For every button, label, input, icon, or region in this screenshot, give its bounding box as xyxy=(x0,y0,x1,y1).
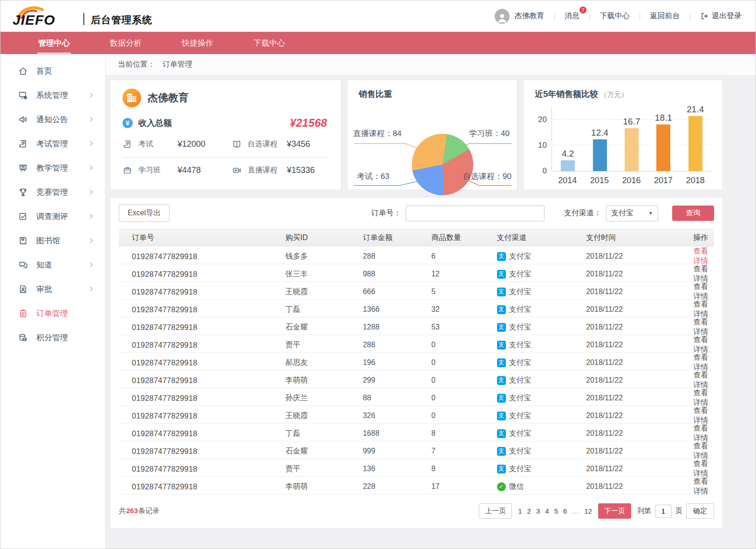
view-detail-link[interactable]: 查看详情 xyxy=(693,371,708,389)
cell-time: 2018/11/22 xyxy=(586,288,693,296)
cell-amount: 1688 xyxy=(363,429,431,438)
company-title: 杰佛教育 xyxy=(148,91,189,105)
chevron-right-icon xyxy=(88,285,95,293)
sidebar-item[interactable]: 教学管理 xyxy=(0,156,105,180)
view-detail-link[interactable]: 查看详情 xyxy=(693,318,708,336)
column-header: 操作 xyxy=(693,233,714,243)
chevron-right-icon xyxy=(88,237,95,244)
nav-tab-2[interactable]: 快捷操作 xyxy=(181,36,214,50)
sidebar-item[interactable]: 审批 xyxy=(0,277,105,301)
divider: | xyxy=(589,13,591,20)
nav-tab-0[interactable]: 管理中心 xyxy=(37,36,71,50)
search-button[interactable]: 查询 xyxy=(672,206,714,221)
cell-action: 查看详情 xyxy=(693,282,714,302)
sidebar-item[interactable]: 调查测评 xyxy=(0,204,105,228)
goto-page-input[interactable] xyxy=(655,505,672,518)
cell-qty: 6 xyxy=(431,252,497,261)
logout-link[interactable]: 退出登录 xyxy=(700,11,742,21)
page-number[interactable]: 6 xyxy=(563,507,567,515)
sidebar: 首页 系统管理 通知公告 考试管理 教学管理 竞赛管理 调查测评 图书馆 xyxy=(0,54,106,549)
sidebar-item[interactable]: 首页 xyxy=(0,59,105,83)
income-label: 收入总额 xyxy=(138,117,172,129)
view-detail-link[interactable]: 查看详情 xyxy=(693,424,708,442)
cell-qty: 12 xyxy=(431,270,497,278)
sidebar-item[interactable]: 图书馆 xyxy=(0,228,105,253)
page-number[interactable]: 3 xyxy=(536,507,540,515)
cell-time: 2018/11/22 xyxy=(586,305,693,314)
sidebar-item[interactable]: 订单管理 xyxy=(0,301,105,325)
view-detail-link[interactable]: 查看详情 xyxy=(693,353,708,371)
sidebar-item[interactable]: 积分管理 xyxy=(0,325,105,350)
orders-table-card: Excel导出 订单号： 支付渠道： 支付宝 ▼ 查询 订单号购买ID订单金额商… xyxy=(110,197,723,529)
cell-qty: 0 xyxy=(431,394,497,402)
logo: JIEFO 后台管理系统 xyxy=(13,4,152,29)
divider: | xyxy=(639,13,641,20)
goto-page: 到第 页 确定 xyxy=(637,503,714,519)
sidebar-item[interactable]: 知道 xyxy=(0,253,105,277)
page-number[interactable]: 5 xyxy=(554,507,558,515)
back-to-front-link[interactable]: 返回前台 xyxy=(650,11,680,21)
sidebar-item[interactable]: 通知公告 xyxy=(0,107,105,131)
pagination: 上一页 123456…12 下一页 到第 页 确定 xyxy=(479,503,714,519)
chevron-right-icon xyxy=(88,164,95,172)
cell-order-no: 019287477829918 xyxy=(119,305,286,314)
table-toolbar: Excel导出 订单号： 支付渠道： 支付宝 ▼ 查询 xyxy=(110,198,722,229)
view-detail-link[interactable]: 查看详情 xyxy=(693,460,708,477)
cell-action: 查看详情 xyxy=(693,371,714,390)
cell-amount: 1366 xyxy=(363,305,431,314)
pie-slice-label: 学习班：40 xyxy=(469,128,510,139)
cell-buyer: 李萌萌 xyxy=(286,376,363,385)
view-detail-link[interactable]: 查看详情 xyxy=(693,300,708,318)
cell-buyer: 石金耀 xyxy=(286,323,363,332)
user-name[interactable]: 杰佛教育 xyxy=(514,11,544,21)
nav-tab-3[interactable]: 下载中心 xyxy=(252,36,286,50)
view-detail-link[interactable]: 查看详情 xyxy=(693,406,708,424)
orders-table: 订单号购买ID订单金额商品数量支付渠道支付时间操作 01928747782991… xyxy=(110,229,722,494)
prev-page-button[interactable]: 上一页 xyxy=(479,503,512,519)
sidebar-item[interactable]: 竞赛管理 xyxy=(0,180,105,204)
cell-order-no: 019287477829918 xyxy=(119,412,286,420)
order-no-input[interactable] xyxy=(406,206,545,221)
pay-channel-select[interactable]: 支付宝 ▼ xyxy=(606,206,658,221)
table-row: 019287477829918 王晓霞 666 5 支 支付宝 2018/11/… xyxy=(119,282,714,300)
download-center-link[interactable]: 下载中心 xyxy=(600,11,630,21)
cell-action: 查看详情 xyxy=(693,459,714,479)
cell-amount: 999 xyxy=(363,447,431,455)
cell-buyer: 丁磊 xyxy=(286,429,363,439)
view-detail-link[interactable]: 查看详情 xyxy=(693,442,708,460)
cell-time: 2018/11/22 xyxy=(586,465,693,473)
page-number[interactable]: 4 xyxy=(545,507,549,515)
confirm-page-button[interactable]: 确定 xyxy=(686,503,714,519)
sidebar-item[interactable]: 考试管理 xyxy=(0,131,105,156)
notice-icon xyxy=(18,114,29,124)
view-detail-link[interactable]: 查看详情 xyxy=(693,282,708,300)
cell-amount: 1288 xyxy=(363,323,431,331)
sales-share-card: 销售比重 学习班：40自选课程：90考试：63直播课程：84 xyxy=(347,80,518,190)
view-detail-link[interactable]: 查看详情 xyxy=(693,389,708,406)
cell-amount: 666 xyxy=(363,288,431,296)
cell-channel: 支 支付宝 xyxy=(497,340,586,350)
next-page-button[interactable]: 下一页 xyxy=(598,503,631,519)
view-detail-link[interactable]: 查看详情 xyxy=(693,265,708,282)
page-number[interactable]: 12 xyxy=(584,507,592,515)
page-number[interactable]: 2 xyxy=(527,507,531,515)
sidebar-item[interactable]: 系统管理 xyxy=(0,83,105,107)
cell-order-no: 019287477829918 xyxy=(119,376,286,385)
view-detail-link[interactable]: 查看详情 xyxy=(693,247,708,265)
alipay-icon: 支 xyxy=(497,305,506,314)
topbar-menu: 杰佛教育 | 消息 7 | 下载中心 | 返回前台 | 退出登录 xyxy=(495,9,742,24)
view-detail-link[interactable]: 查看详情 xyxy=(693,336,708,353)
view-detail-link[interactable]: 查看详情 xyxy=(693,477,708,495)
messages-link[interactable]: 消息 7 xyxy=(565,11,579,21)
cell-action: 查看详情 xyxy=(693,300,714,319)
book-icon xyxy=(232,140,242,149)
page-number[interactable]: 1 xyxy=(518,507,522,515)
cell-buyer: 孙庆兰 xyxy=(286,393,363,403)
avatar[interactable] xyxy=(495,9,510,24)
cell-buyer: 丁磊 xyxy=(286,305,363,315)
nav-tab-1[interactable]: 数据分析 xyxy=(109,36,143,50)
bar: 12.4 xyxy=(586,128,614,171)
excel-export-button[interactable]: Excel导出 xyxy=(119,205,170,222)
cell-order-no: 019287477829918 xyxy=(119,270,286,279)
main-content: 当前位置： 订单管理 杰佛教育 ¥ xyxy=(106,54,756,549)
